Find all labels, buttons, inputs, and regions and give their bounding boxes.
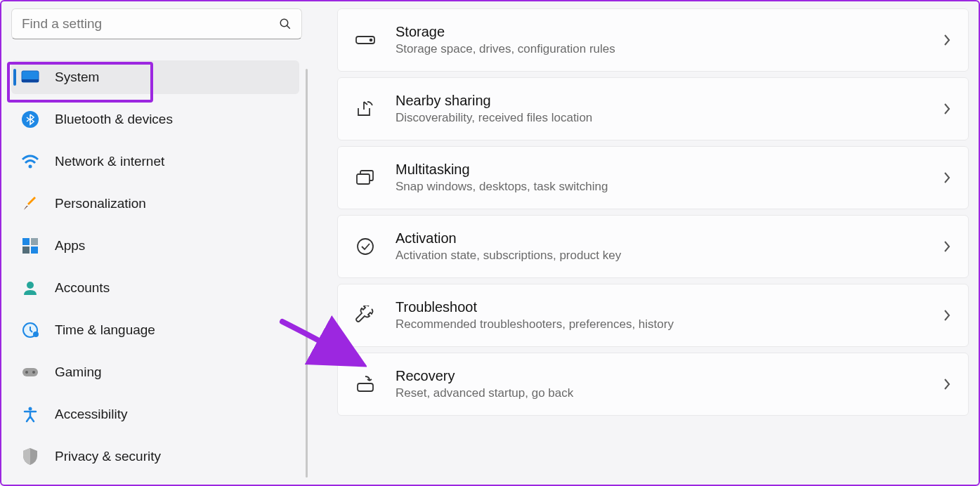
card-recovery[interactable]: Recovery Reset, advanced startup, go bac… bbox=[337, 353, 969, 416]
svg-point-0 bbox=[280, 19, 288, 27]
sidebar-item-personalization[interactable]: Personalization bbox=[11, 187, 299, 221]
recover-icon bbox=[351, 375, 380, 393]
sidebar-item-label: Personalization bbox=[55, 196, 146, 211]
sidebar-item-privacy[interactable]: Privacy & security bbox=[11, 440, 299, 473]
card-sub: Activation state, subscriptions, product… bbox=[396, 249, 943, 263]
grid-icon bbox=[21, 237, 39, 255]
card-sub: Storage space, drives, configuration rul… bbox=[396, 42, 943, 56]
card-storage[interactable]: Storage Storage space, drives, configura… bbox=[337, 8, 969, 72]
svg-point-21 bbox=[358, 239, 373, 254]
access-icon bbox=[21, 405, 39, 423]
svg-point-5 bbox=[29, 165, 32, 169]
main-panel: Storage Storage space, drives, configura… bbox=[316, 1, 979, 485]
card-title: Multitasking bbox=[396, 162, 943, 178]
nav-list: System Bluetooth & devices Network & int… bbox=[11, 60, 316, 473]
storage-icon bbox=[351, 34, 380, 46]
svg-point-14 bbox=[25, 371, 28, 374]
chevron-right-icon bbox=[943, 33, 951, 47]
card-nearby-sharing[interactable]: Nearby sharing Discoverability, received… bbox=[337, 77, 969, 140]
sidebar-item-label: System bbox=[55, 70, 99, 85]
sidebar-item-label: Gaming bbox=[55, 364, 102, 380]
card-title: Nearby sharing bbox=[396, 93, 943, 109]
chevron-right-icon bbox=[943, 377, 951, 391]
card-activation[interactable]: Activation Activation state, subscriptio… bbox=[337, 215, 969, 278]
svg-point-16 bbox=[29, 407, 32, 411]
sidebar-item-label: Accessibility bbox=[55, 407, 127, 422]
person-icon bbox=[21, 279, 39, 297]
svg-point-15 bbox=[32, 371, 35, 374]
sidebar-item-system[interactable]: System bbox=[11, 60, 299, 94]
sidebar-item-accessibility[interactable]: Accessibility bbox=[11, 398, 299, 431]
monitor-icon bbox=[21, 68, 39, 86]
svg-rect-20 bbox=[357, 174, 370, 184]
chevron-right-icon bbox=[943, 239, 951, 254]
sidebar-item-gaming[interactable]: Gaming bbox=[11, 355, 299, 389]
card-sub: Reset, advanced startup, go back bbox=[396, 386, 943, 400]
brush-icon bbox=[21, 195, 39, 213]
sidebar-item-label: Bluetooth & devices bbox=[55, 112, 173, 127]
chevron-right-icon bbox=[943, 102, 951, 116]
card-troubleshoot[interactable]: Troubleshoot Recommended troubleshooters… bbox=[337, 284, 969, 347]
sidebar-item-label: Accounts bbox=[55, 280, 110, 296]
sidebar-item-label: Apps bbox=[55, 238, 85, 254]
sidebar-item-label: Time & language bbox=[55, 322, 155, 338]
sidebar-scrollbar[interactable] bbox=[306, 69, 308, 478]
svg-rect-9 bbox=[31, 247, 38, 254]
wrench-icon bbox=[351, 306, 380, 325]
card-sub: Discoverability, received files location bbox=[396, 111, 943, 125]
sidebar-item-accounts[interactable]: Accounts bbox=[11, 271, 299, 305]
card-title: Storage bbox=[396, 24, 943, 40]
stack-icon bbox=[351, 169, 380, 186]
svg-point-12 bbox=[33, 331, 39, 337]
wifi-icon bbox=[21, 152, 39, 171]
gamepad-icon bbox=[21, 363, 39, 381]
svg-line-1 bbox=[287, 25, 290, 29]
sidebar-item-network[interactable]: Network & internet bbox=[11, 145, 299, 178]
svg-rect-3 bbox=[22, 79, 39, 82]
card-title: Troubleshoot bbox=[396, 299, 943, 315]
svg-rect-22 bbox=[358, 383, 373, 391]
search-icon bbox=[279, 18, 292, 30]
chevron-right-icon bbox=[943, 308, 951, 322]
sidebar-item-bluetooth[interactable]: Bluetooth & devices bbox=[11, 103, 299, 136]
search-box[interactable] bbox=[11, 8, 302, 39]
svg-rect-7 bbox=[31, 238, 38, 245]
sidebar-item-label: Network & internet bbox=[55, 154, 164, 169]
card-sub: Recommended troubleshooters, preferences… bbox=[396, 317, 943, 331]
svg-rect-8 bbox=[22, 247, 30, 254]
search-input[interactable] bbox=[22, 16, 279, 32]
card-sub: Snap windows, desktops, task switching bbox=[396, 180, 943, 194]
card-title: Recovery bbox=[396, 368, 943, 384]
clock-icon bbox=[21, 321, 39, 339]
bluetooth-icon bbox=[21, 110, 39, 129]
svg-rect-13 bbox=[22, 368, 38, 376]
sidebar: System Bluetooth & devices Network & int… bbox=[1, 1, 316, 485]
card-multitasking[interactable]: Multitasking Snap windows, desktops, tas… bbox=[337, 146, 969, 209]
shield-icon bbox=[21, 447, 39, 466]
check-icon bbox=[351, 237, 380, 256]
share-icon bbox=[351, 100, 380, 118]
svg-point-18 bbox=[370, 39, 372, 41]
sidebar-item-apps[interactable]: Apps bbox=[11, 229, 299, 263]
sidebar-item-time[interactable]: Time & language bbox=[11, 313, 299, 347]
sidebar-item-label: Privacy & security bbox=[55, 449, 161, 464]
card-title: Activation bbox=[396, 230, 943, 247]
svg-rect-6 bbox=[22, 238, 30, 245]
chevron-right-icon bbox=[943, 171, 951, 185]
svg-point-10 bbox=[27, 282, 34, 289]
